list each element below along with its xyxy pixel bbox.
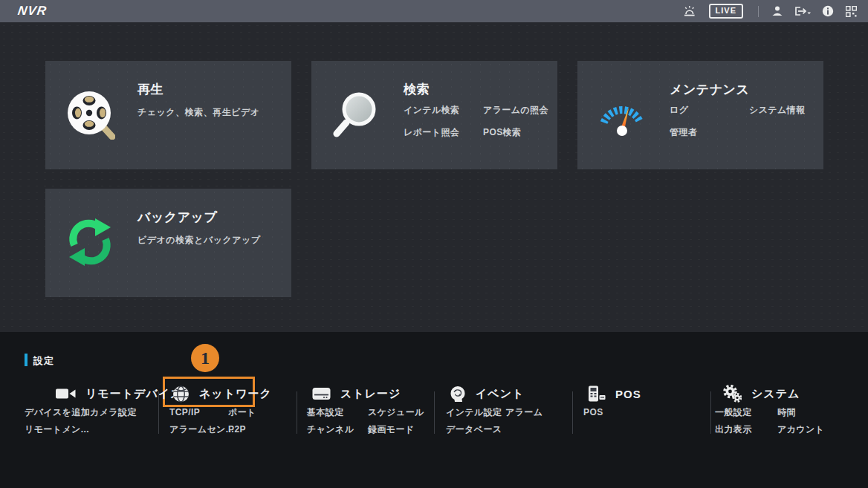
link-system-info[interactable]: システム情報 bbox=[749, 104, 806, 117]
user-icon[interactable] bbox=[771, 4, 784, 18]
link-log[interactable]: ログ bbox=[670, 104, 749, 117]
sync-arrows-icon bbox=[65, 217, 115, 267]
settings-item-label: POS bbox=[615, 388, 641, 400]
backup-card[interactable]: バックアップ ビデオの検索とバックアップ bbox=[45, 189, 291, 297]
link-output-display[interactable]: 出力表示 bbox=[715, 425, 777, 435]
column-divider bbox=[297, 391, 297, 434]
link-database[interactable]: データベース bbox=[446, 425, 505, 435]
qrcode-icon[interactable] bbox=[844, 4, 858, 18]
column-divider bbox=[710, 391, 711, 434]
link-pos-search[interactable]: POS検索 bbox=[483, 126, 548, 139]
settings-section: 設定 1 リモートデバイス ネットワーク ストレージ bbox=[0, 332, 868, 488]
pos-terminal-icon bbox=[587, 385, 606, 402]
settings-item-label: イベント bbox=[476, 387, 524, 401]
backup-subtitle: ビデオの検索とバックアップ bbox=[137, 234, 261, 247]
globe-icon bbox=[172, 385, 190, 403]
settings-item-system[interactable]: システム bbox=[723, 385, 800, 403]
column-divider bbox=[434, 391, 435, 434]
settings-item-remote-device[interactable]: リモートデバイス bbox=[56, 385, 182, 403]
link-camera-settings[interactable]: カメラ設定 bbox=[90, 408, 137, 417]
settings-item-label: ネットワーク bbox=[199, 387, 272, 401]
section-accent-bar bbox=[25, 354, 27, 366]
info-icon[interactable] bbox=[821, 4, 835, 18]
settings-item-label: リモートデバイス bbox=[85, 387, 182, 401]
settings-label: 設定 bbox=[33, 354, 54, 368]
link-p2p[interactable]: P2P bbox=[228, 425, 256, 435]
link-time[interactable]: 時間 bbox=[777, 408, 824, 417]
search-card[interactable]: 検索 インテル検索 アラームの照会 レポート照会 POS検索 bbox=[311, 61, 557, 169]
storage-links: 基本設定 スケジュール チャンネル 録画モード bbox=[307, 408, 424, 435]
settings-item-label: システム bbox=[751, 387, 800, 401]
backup-title: バックアップ bbox=[137, 209, 217, 226]
link-account[interactable]: アカウント bbox=[777, 425, 824, 435]
search-title: 検索 bbox=[404, 81, 430, 98]
hard-disk-icon bbox=[312, 387, 331, 400]
step-1-badge: 1 bbox=[191, 344, 219, 372]
settings-item-network[interactable]: ネットワーク bbox=[172, 385, 272, 403]
link-schedule[interactable]: スケジュール bbox=[368, 408, 424, 417]
link-report-inquiry[interactable]: レポート照会 bbox=[404, 126, 483, 139]
link-tcpip[interactable]: TCP/IP bbox=[169, 408, 228, 417]
logout-icon[interactable] bbox=[794, 4, 812, 18]
link-alarm[interactable]: アラーム bbox=[505, 408, 542, 417]
link-basic-settings[interactable]: 基本設定 bbox=[307, 408, 368, 417]
link-port[interactable]: ポート bbox=[228, 408, 256, 417]
link-alarm-center[interactable]: アラームセン... bbox=[169, 425, 228, 435]
link-administrator[interactable]: 管理者 bbox=[670, 126, 749, 139]
pos-links: POS bbox=[583, 408, 643, 417]
main-menu-area: 再生 チェック、検索、再生ビデオ 検索 インテル検索 アラームの照会 レポート照… bbox=[0, 22, 868, 332]
event-links: インテル設定 アラーム データベース bbox=[446, 408, 542, 435]
link-intel-search[interactable]: インテル検索 bbox=[404, 104, 483, 117]
playback-card[interactable]: 再生 チェック、検索、再生ビデオ bbox=[45, 61, 291, 169]
system-links: 一般設定 時間 出力表示 アカウント bbox=[715, 408, 824, 435]
search-links: インテル検索 アラームの照会 レポート照会 POS検索 bbox=[404, 104, 548, 139]
playback-subtitle: チェック、検索、再生ビデオ bbox=[137, 106, 259, 119]
film-reel-icon bbox=[65, 89, 115, 140]
link-general-settings[interactable]: 一般設定 bbox=[715, 408, 777, 417]
maintenance-title: メンテナンス bbox=[670, 81, 749, 98]
link-pos[interactable]: POS bbox=[583, 408, 643, 417]
magnifier-icon bbox=[331, 89, 381, 140]
column-divider bbox=[572, 391, 573, 434]
settings-item-event[interactable]: イベント bbox=[450, 385, 524, 403]
titlebar: NVR LIVE bbox=[0, 0, 868, 22]
playback-title: 再生 bbox=[137, 81, 163, 98]
column-divider bbox=[158, 391, 159, 434]
video-camera-icon bbox=[56, 387, 76, 400]
link-intel-settings[interactable]: インテル設定 bbox=[446, 408, 505, 417]
link-remote-maintenance[interactable]: リモートメン... bbox=[25, 425, 90, 435]
remote-device-links: デバイスを追加 カメラ設定 リモートメン... bbox=[25, 408, 137, 435]
nvr-logo: NVR bbox=[17, 4, 48, 19]
live-button[interactable]: LIVE bbox=[709, 4, 743, 19]
link-alarm-inquiry[interactable]: アラームの照会 bbox=[483, 104, 548, 117]
gears-icon bbox=[723, 385, 742, 403]
link-channel[interactable]: チャンネル bbox=[307, 425, 368, 435]
settings-item-pos[interactable]: POS bbox=[587, 385, 641, 403]
maintenance-links: ログ システム情報 管理者 bbox=[670, 104, 806, 139]
alarm-icon[interactable] bbox=[683, 4, 696, 18]
titlebar-actions: LIVE bbox=[683, 4, 858, 19]
network-links: TCP/IP ポート アラームセン... P2P bbox=[169, 408, 256, 435]
maintenance-card[interactable]: メンテナンス ログ システム情報 管理者 bbox=[577, 61, 823, 169]
gauge-icon bbox=[597, 89, 647, 140]
link-record-mode[interactable]: 録画モード bbox=[368, 425, 424, 435]
settings-item-storage[interactable]: ストレージ bbox=[312, 385, 401, 403]
link-add-device[interactable]: デバイスを追加 bbox=[25, 408, 90, 417]
ai-head-icon bbox=[450, 385, 466, 403]
settings-item-label: ストレージ bbox=[340, 387, 401, 401]
titlebar-separator bbox=[758, 6, 759, 17]
